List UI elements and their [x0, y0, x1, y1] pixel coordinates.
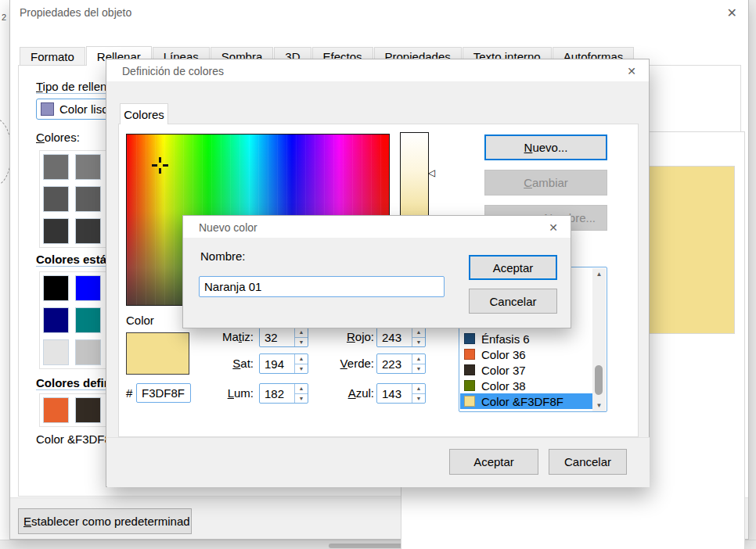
matiz-value: 32 [260, 328, 294, 346]
change-color-button[interactable]: Cambiar [484, 170, 607, 196]
list-item-label: Color &F3DF8F [481, 395, 563, 408]
list-item-label: Color 36 [481, 348, 526, 361]
color-swatch[interactable] [75, 154, 101, 180]
matiz-label: Matiz: [177, 330, 254, 343]
scroll-up-icon[interactable]: ▲ [592, 268, 606, 280]
name-label: Nombre: [200, 249, 246, 263]
list-item-color-swatch [464, 333, 475, 344]
color-definition-title: Definición de colores [122, 65, 224, 77]
new-color-title: Nuevo color [199, 221, 257, 234]
verde-up-button[interactable]: ▲ [412, 354, 425, 364]
list-item-label: Color 38 [481, 379, 526, 393]
color-name-input[interactable] [199, 276, 445, 297]
color-swatch[interactable] [75, 275, 101, 301]
properties-dialog-title: Propiedades del objeto [20, 6, 131, 19]
luminance-slider-icon[interactable]: ◁ [428, 168, 435, 178]
tab-colores[interactable]: Colores [120, 103, 168, 124]
fill-type-label: Tipo de relleno [36, 80, 113, 93]
color-swatch[interactable] [43, 154, 69, 180]
ruler-label: 2 [2, 13, 6, 22]
color-list-item[interactable]: Color 38 [460, 378, 592, 393]
tab-formato[interactable]: Formato [20, 47, 85, 66]
color-swatch[interactable] [75, 339, 101, 365]
color-definition-ok-button[interactable]: Aceptar [449, 449, 538, 475]
color-list-item[interactable]: Color &F3DF8F [460, 393, 592, 409]
color-list-item[interactable]: Énfasis 6 [460, 331, 592, 346]
list-scrollbar[interactable]: ▲ ▼ [592, 268, 606, 411]
hex-prefix: # [126, 386, 132, 400]
list-item-color-swatch [464, 380, 475, 391]
sat-label: Sat: [177, 357, 254, 370]
close-icon[interactable]: ✕ [627, 65, 636, 77]
background-canvas: 2 [0, 0, 9, 540]
close-icon[interactable]: ✕ [727, 5, 737, 20]
color-swatch[interactable] [43, 275, 69, 301]
new-color-dialog: Nuevo color ✕ Nombre: Aceptar Cancelar [182, 215, 571, 328]
color-label: Color [126, 314, 154, 327]
verde-value: 223 [377, 354, 412, 373]
color-swatch[interactable] [43, 186, 69, 212]
crosshair-marker [159, 168, 161, 174]
fill-type-color-swatch [41, 102, 54, 116]
rojo-up-button[interactable]: ▲ [412, 328, 425, 338]
color-swatch[interactable] [75, 397, 101, 423]
list-item-label: Énfasis 6 [481, 332, 530, 346]
rojo-down-button[interactable]: ▼ [412, 338, 425, 347]
crosshair-marker [163, 164, 168, 167]
rojo-label: Rojo: [294, 330, 374, 343]
color-list-item[interactable]: Color 37 [460, 362, 592, 378]
close-icon[interactable]: ✕ [549, 221, 558, 234]
color-swatch[interactable] [75, 218, 101, 244]
new-color-button[interactable]: Nuevo... [484, 135, 607, 160]
colors-label: Colores: [36, 131, 80, 144]
color-swatch[interactable] [43, 218, 69, 244]
azul-label: Azul: [294, 386, 374, 400]
azul-down-button[interactable]: ▼ [412, 394, 425, 404]
list-scroll-thumb[interactable] [595, 365, 603, 395]
crosshair-marker [152, 164, 157, 167]
crosshair-marker [159, 157, 161, 163]
color-list-item[interactable]: Color 36 [460, 346, 592, 362]
new-color-ok-button[interactable]: Aceptar [469, 255, 557, 280]
color-swatch[interactable] [43, 307, 69, 333]
lum-value: 182 [260, 384, 294, 403]
list-item-color-swatch [464, 364, 475, 375]
color-swatch[interactable] [75, 307, 101, 333]
azul-up-button[interactable]: ▲ [412, 384, 425, 394]
verde-spinner[interactable]: 223▲▼ [376, 353, 426, 374]
list-item-label: Color 37 [481, 364, 526, 377]
set-default-button[interactable]: Establecer como predeterminad [18, 508, 192, 534]
new-color-cancel-button[interactable]: Cancelar [469, 289, 557, 314]
color-swatch[interactable] [43, 339, 69, 365]
rojo-value: 243 [377, 328, 412, 346]
scroll-down-icon[interactable]: ▼ [592, 400, 606, 411]
list-item-color-swatch [464, 349, 475, 360]
fill-type-value: Color liso [59, 102, 109, 116]
verde-down-button[interactable]: ▼ [412, 364, 425, 374]
azul-value: 143 [377, 384, 412, 403]
list-item-color-swatch [464, 396, 475, 407]
azul-spinner[interactable]: 143▲▼ [376, 383, 426, 404]
color-swatch[interactable] [75, 186, 101, 212]
rojo-spinner[interactable]: 243▲▼ [376, 327, 426, 347]
sat-value: 194 [260, 354, 294, 373]
lum-label: Lum: [177, 386, 254, 400]
color-definition-cancel-button[interactable]: Cancelar [549, 449, 627, 475]
color-swatch[interactable] [43, 397, 69, 423]
verde-label: Verde: [294, 357, 374, 370]
